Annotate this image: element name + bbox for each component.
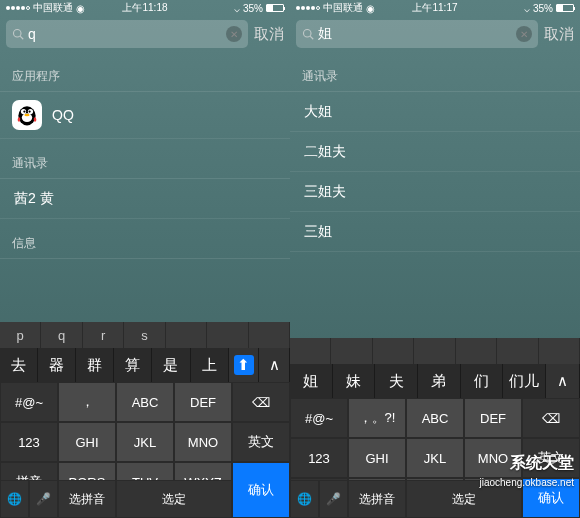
result-row-app[interactable]: QQ xyxy=(0,92,290,139)
clock-label: 上午11:17 xyxy=(412,1,457,15)
carrier-label: 中国联通 xyxy=(323,1,363,15)
battery-pct: 35% xyxy=(243,3,263,14)
search-input[interactable] xyxy=(318,26,512,42)
watermark-url: jiaocheng.okbase.net xyxy=(479,477,574,488)
candidate-cell[interactable]: 上 xyxy=(191,348,229,382)
wifi-icon: ◉ xyxy=(76,3,85,14)
svg-point-8 xyxy=(24,114,29,117)
result-row-contact[interactable]: 大姐 xyxy=(290,92,580,132)
search-icon xyxy=(302,28,314,40)
section-header-apps: 应用程序 xyxy=(0,52,290,92)
battery-icon xyxy=(266,4,284,12)
key-english[interactable]: 英文 xyxy=(232,422,290,462)
results-list: 应用程序 QQ 通讯录 茜2 黄 信息 xyxy=(0,52,290,322)
suggest-cell[interactable]: q xyxy=(41,322,82,348)
svg-point-0 xyxy=(14,30,22,38)
carrier-label: 中国联通 xyxy=(33,1,73,15)
key-def[interactable]: DEF xyxy=(464,398,522,438)
key-select[interactable]: 选定 xyxy=(116,480,232,518)
clear-icon[interactable]: ✕ xyxy=(226,26,242,42)
suggest-cell xyxy=(456,338,497,364)
result-row-contact[interactable]: 三姐夫 xyxy=(290,172,580,212)
globe-icon: 🌐 xyxy=(297,492,312,506)
key-backspace[interactable]: ⌫ xyxy=(522,398,580,438)
suggest-cell[interactable]: r xyxy=(83,322,124,348)
key-mic[interactable]: 🎤 xyxy=(319,480,348,518)
clock-label: 上午11:18 xyxy=(122,1,167,15)
shift-up-icon[interactable]: ⬆ xyxy=(229,348,260,382)
candidate-cell[interactable]: 群 xyxy=(76,348,114,382)
status-bar: 中国联通 ◉ 上午11:18 ⌵ 35% xyxy=(0,0,290,16)
search-box[interactable]: ✕ xyxy=(296,20,538,48)
section-header-messages: 信息 xyxy=(0,219,290,259)
result-label: 三姐夫 xyxy=(304,183,346,201)
key-symbols[interactable]: #@~ xyxy=(0,382,58,422)
candidate-cell[interactable]: 们 xyxy=(461,364,504,398)
key-globe[interactable]: 🌐 xyxy=(0,480,29,518)
key-mic[interactable]: 🎤 xyxy=(29,480,58,518)
search-input[interactable] xyxy=(28,26,222,42)
key-backspace[interactable]: ⌫ xyxy=(232,382,290,422)
signal-dots-icon xyxy=(296,6,320,10)
candidate-cell[interactable]: 们儿 xyxy=(503,364,546,398)
key-123[interactable]: 123 xyxy=(290,438,348,478)
key-def[interactable]: DEF xyxy=(174,382,232,422)
key-select-pinyin[interactable]: 选拼音 xyxy=(348,480,406,518)
suggest-row: p q r s xyxy=(0,322,290,348)
suggest-cell xyxy=(414,338,455,364)
candidate-cell[interactable]: 去 xyxy=(0,348,38,382)
suggest-row xyxy=(290,338,580,364)
signal-dots-icon xyxy=(6,6,30,10)
key-punct[interactable]: ，。?! xyxy=(348,398,406,438)
suggest-cell xyxy=(539,338,580,364)
expand-candidates-icon[interactable]: ∧ xyxy=(259,348,290,382)
section-header-contacts: 通讯录 xyxy=(0,139,290,179)
suggest-cell[interactable]: s xyxy=(124,322,165,348)
key-symbols[interactable]: #@~ xyxy=(290,398,348,438)
search-box[interactable]: ✕ xyxy=(6,20,248,48)
key-abc[interactable]: ABC xyxy=(116,382,174,422)
section-header-contacts: 通讯录 xyxy=(290,52,580,92)
keyboard-bottom-row: 🌐 🎤 选拼音 选定 xyxy=(0,480,290,518)
suggest-cell xyxy=(290,338,331,364)
expand-candidates-icon[interactable]: ∧ xyxy=(546,364,580,398)
key-123[interactable]: 123 xyxy=(0,422,58,462)
suggest-cell xyxy=(166,322,207,348)
cancel-button[interactable]: 取消 xyxy=(544,25,574,44)
result-row-contact[interactable]: 二姐夫 xyxy=(290,132,580,172)
candidate-cell[interactable]: 算 xyxy=(114,348,152,382)
key-mno[interactable]: MNO xyxy=(174,422,232,462)
results-list: 通讯录 大姐 二姐夫 三姐夫 三姐 xyxy=(290,52,580,338)
key-jkl[interactable]: JKL xyxy=(406,438,464,478)
key-ghi[interactable]: GHI xyxy=(58,422,116,462)
key-ghi[interactable]: GHI xyxy=(348,438,406,478)
svg-line-1 xyxy=(20,36,23,39)
wifi-icon: ◉ xyxy=(366,3,375,14)
suggest-cell xyxy=(207,322,248,348)
candidate-cell[interactable]: 器 xyxy=(38,348,76,382)
bluetooth-icon: ⌵ xyxy=(234,3,240,14)
candidate-cell[interactable]: 姐 xyxy=(290,364,333,398)
candidate-cell[interactable]: 是 xyxy=(152,348,190,382)
key-abc[interactable]: ABC xyxy=(406,398,464,438)
result-row-contact[interactable]: 茜2 黄 xyxy=(0,179,290,219)
key-select-pinyin[interactable]: 选拼音 xyxy=(58,480,116,518)
result-label: 茜2 黄 xyxy=(14,190,54,208)
key-jkl[interactable]: JKL xyxy=(116,422,174,462)
result-row-contact[interactable]: 三姐 xyxy=(290,212,580,252)
candidate-cell[interactable]: 夫 xyxy=(375,364,418,398)
screen-left: 中国联通 ◉ 上午11:18 ⌵ 35% ✕ 取消 应用程序 QQ 通讯录 茜2… xyxy=(0,0,290,518)
mic-icon: 🎤 xyxy=(36,492,51,506)
suggest-cell xyxy=(249,322,290,348)
candidate-cell[interactable]: 妹 xyxy=(333,364,376,398)
battery-pct: 35% xyxy=(533,3,553,14)
key-globe[interactable]: 🌐 xyxy=(290,480,319,518)
candidate-cell[interactable]: 弟 xyxy=(418,364,461,398)
candidate-row: 姐 妹 夫 弟 们 们儿 ∧ xyxy=(290,364,580,398)
key-comma[interactable]: ， xyxy=(58,382,116,422)
clear-icon[interactable]: ✕ xyxy=(516,26,532,42)
suggest-cell[interactable]: p xyxy=(0,322,41,348)
svg-line-10 xyxy=(310,36,313,39)
search-row: ✕ 取消 xyxy=(0,16,290,52)
cancel-button[interactable]: 取消 xyxy=(254,25,284,44)
